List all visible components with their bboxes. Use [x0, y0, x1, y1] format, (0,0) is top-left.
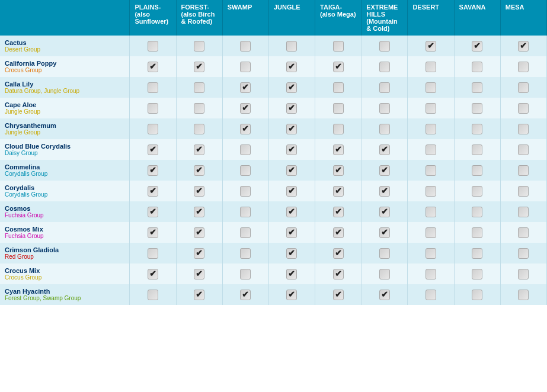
checked-checkbox[interactable] — [333, 144, 344, 155]
unchecked-checkbox[interactable] — [472, 248, 482, 259]
unchecked-checkbox[interactable] — [518, 207, 529, 217]
unchecked-checkbox[interactable] — [148, 290, 158, 300]
unchecked-checkbox[interactable] — [379, 41, 390, 52]
unchecked-checkbox[interactable] — [194, 124, 204, 134]
unchecked-checkbox[interactable] — [240, 207, 251, 217]
checked-checkbox[interactable] — [286, 82, 297, 93]
checked-checkbox[interactable] — [333, 248, 344, 259]
unchecked-checkbox[interactable] — [379, 124, 390, 134]
unchecked-checkbox[interactable] — [240, 41, 251, 52]
checked-checkbox[interactable] — [379, 186, 390, 197]
unchecked-checkbox[interactable] — [518, 248, 529, 259]
unchecked-checkbox[interactable] — [240, 62, 251, 72]
checked-checkbox[interactable] — [194, 62, 204, 72]
unchecked-checkbox[interactable] — [379, 62, 390, 72]
unchecked-checkbox[interactable] — [379, 248, 390, 259]
checked-checkbox[interactable] — [148, 207, 158, 217]
unchecked-checkbox[interactable] — [194, 82, 204, 93]
unchecked-checkbox[interactable] — [472, 62, 482, 72]
unchecked-checkbox[interactable] — [240, 186, 251, 197]
checked-checkbox[interactable] — [194, 227, 204, 238]
checked-checkbox[interactable] — [148, 186, 158, 197]
checked-checkbox[interactable] — [286, 207, 297, 217]
unchecked-checkbox[interactable] — [333, 103, 344, 114]
unchecked-checkbox[interactable] — [194, 103, 204, 114]
unchecked-checkbox[interactable] — [379, 103, 390, 114]
unchecked-checkbox[interactable] — [518, 269, 529, 279]
unchecked-checkbox[interactable] — [426, 103, 436, 114]
unchecked-checkbox[interactable] — [333, 82, 344, 93]
checked-checkbox[interactable] — [379, 290, 390, 300]
checked-checkbox[interactable] — [286, 165, 297, 176]
unchecked-checkbox[interactable] — [148, 124, 158, 134]
checked-checkbox[interactable] — [148, 165, 158, 176]
checked-checkbox[interactable] — [240, 82, 251, 93]
unchecked-checkbox[interactable] — [426, 62, 436, 72]
unchecked-checkbox[interactable] — [426, 124, 436, 134]
checked-checkbox[interactable] — [379, 144, 390, 155]
unchecked-checkbox[interactable] — [240, 165, 251, 176]
checked-checkbox[interactable] — [333, 62, 344, 72]
checked-checkbox[interactable] — [286, 290, 297, 300]
checked-checkbox[interactable] — [333, 207, 344, 217]
checked-checkbox[interactable] — [240, 290, 251, 300]
unchecked-checkbox[interactable] — [518, 144, 529, 155]
checked-checkbox[interactable] — [333, 186, 344, 197]
unchecked-checkbox[interactable] — [472, 186, 482, 197]
unchecked-checkbox[interactable] — [286, 41, 297, 52]
checked-checkbox[interactable] — [148, 269, 158, 279]
unchecked-checkbox[interactable] — [472, 103, 482, 114]
unchecked-checkbox[interactable] — [518, 165, 529, 176]
checked-checkbox[interactable] — [518, 41, 529, 52]
unchecked-checkbox[interactable] — [148, 248, 158, 259]
unchecked-checkbox[interactable] — [472, 82, 482, 93]
checked-checkbox[interactable] — [426, 41, 436, 52]
checked-checkbox[interactable] — [286, 124, 297, 134]
unchecked-checkbox[interactable] — [379, 269, 390, 279]
unchecked-checkbox[interactable] — [518, 227, 529, 238]
unchecked-checkbox[interactable] — [426, 207, 436, 217]
unchecked-checkbox[interactable] — [472, 290, 482, 300]
checked-checkbox[interactable] — [286, 103, 297, 114]
unchecked-checkbox[interactable] — [472, 227, 482, 238]
checked-checkbox[interactable] — [333, 227, 344, 238]
unchecked-checkbox[interactable] — [518, 124, 529, 134]
unchecked-checkbox[interactable] — [240, 144, 251, 155]
unchecked-checkbox[interactable] — [426, 82, 436, 93]
unchecked-checkbox[interactable] — [518, 290, 529, 300]
checked-checkbox[interactable] — [379, 165, 390, 176]
unchecked-checkbox[interactable] — [518, 62, 529, 72]
checked-checkbox[interactable] — [148, 144, 158, 155]
checked-checkbox[interactable] — [286, 227, 297, 238]
checked-checkbox[interactable] — [472, 41, 482, 52]
unchecked-checkbox[interactable] — [240, 248, 251, 259]
unchecked-checkbox[interactable] — [240, 269, 251, 279]
unchecked-checkbox[interactable] — [518, 186, 529, 197]
checked-checkbox[interactable] — [240, 124, 251, 134]
unchecked-checkbox[interactable] — [426, 248, 436, 259]
unchecked-checkbox[interactable] — [379, 82, 390, 93]
unchecked-checkbox[interactable] — [472, 269, 482, 279]
unchecked-checkbox[interactable] — [426, 269, 436, 279]
checked-checkbox[interactable] — [194, 186, 204, 197]
checked-checkbox[interactable] — [194, 248, 204, 259]
checked-checkbox[interactable] — [286, 62, 297, 72]
checked-checkbox[interactable] — [194, 144, 204, 155]
unchecked-checkbox[interactable] — [333, 124, 344, 134]
checked-checkbox[interactable] — [194, 165, 204, 176]
unchecked-checkbox[interactable] — [426, 144, 436, 155]
checked-checkbox[interactable] — [194, 290, 204, 300]
unchecked-checkbox[interactable] — [194, 41, 204, 52]
checked-checkbox[interactable] — [148, 227, 158, 238]
checked-checkbox[interactable] — [333, 165, 344, 176]
checked-checkbox[interactable] — [148, 62, 158, 72]
unchecked-checkbox[interactable] — [148, 82, 158, 93]
unchecked-checkbox[interactable] — [148, 103, 158, 114]
checked-checkbox[interactable] — [379, 227, 390, 238]
unchecked-checkbox[interactable] — [472, 124, 482, 134]
unchecked-checkbox[interactable] — [472, 144, 482, 155]
unchecked-checkbox[interactable] — [426, 290, 436, 300]
unchecked-checkbox[interactable] — [426, 227, 436, 238]
unchecked-checkbox[interactable] — [472, 207, 482, 217]
unchecked-checkbox[interactable] — [518, 82, 529, 93]
